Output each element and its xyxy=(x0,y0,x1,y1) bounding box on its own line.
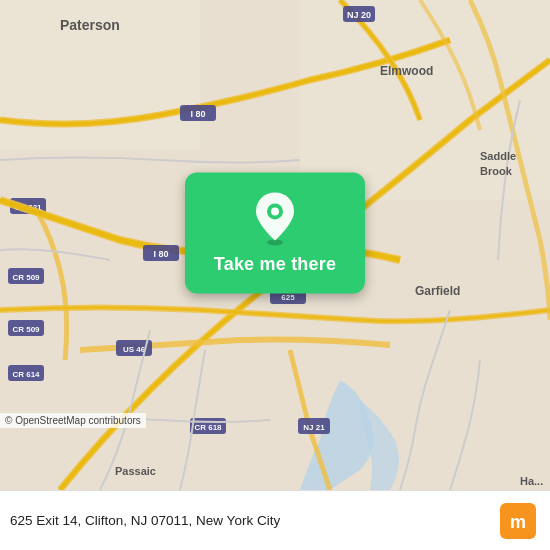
osm-credit-text: © OpenStreetMap contributors xyxy=(5,415,141,426)
svg-text:I 80: I 80 xyxy=(153,249,168,259)
svg-text:CR 509: CR 509 xyxy=(12,273,40,282)
moovit-logo: m xyxy=(500,503,536,539)
moovit-logo-box: m xyxy=(500,503,536,539)
svg-text:m: m xyxy=(510,512,526,532)
svg-text:CR 614: CR 614 xyxy=(12,370,40,379)
svg-text:Elmwood: Elmwood xyxy=(380,64,433,78)
svg-rect-2 xyxy=(300,0,550,200)
take-me-there-label: Take me there xyxy=(214,254,336,275)
svg-text:CR 618: CR 618 xyxy=(194,423,222,432)
svg-text:Ha...: Ha... xyxy=(520,475,543,487)
svg-text:NJ 20: NJ 20 xyxy=(347,10,371,20)
bottom-bar: 625 Exit 14, Clifton, NJ 07011, New York… xyxy=(0,490,550,550)
svg-text:625: 625 xyxy=(281,293,295,302)
svg-text:NJ 21: NJ 21 xyxy=(303,423,325,432)
svg-text:CR 509: CR 509 xyxy=(12,325,40,334)
address-text: 625 Exit 14, Clifton, NJ 07011, New York… xyxy=(10,513,500,528)
svg-text:Paterson: Paterson xyxy=(60,17,120,33)
svg-text:Saddle: Saddle xyxy=(480,150,516,162)
svg-text:US 46: US 46 xyxy=(123,345,146,354)
osm-credit: © OpenStreetMap contributors xyxy=(0,413,146,428)
location-pin-icon xyxy=(253,190,297,246)
map-container: I 80 NJ 20 CR 621 CR 509 CR 509 CR 614 I… xyxy=(0,0,550,490)
svg-text:I 80: I 80 xyxy=(190,109,205,119)
svg-text:Passaic: Passaic xyxy=(115,465,156,477)
svg-text:Brook: Brook xyxy=(480,165,513,177)
take-me-there-button[interactable]: Take me there xyxy=(185,172,365,293)
svg-point-34 xyxy=(271,207,279,215)
svg-text:Garfield: Garfield xyxy=(415,284,460,298)
